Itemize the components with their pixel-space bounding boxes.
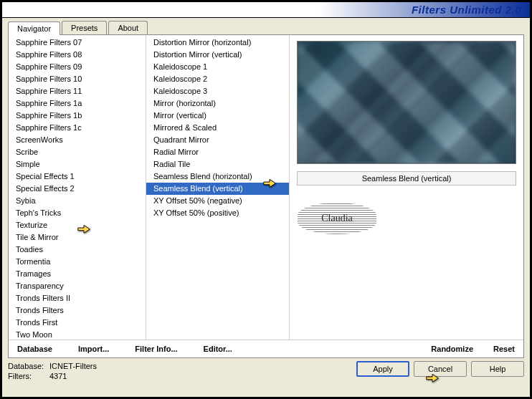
list-item[interactable]: Tormentia xyxy=(9,256,146,268)
preview-area: Seamless Blend (vertical) xyxy=(290,35,523,340)
list-item[interactable]: Simple xyxy=(9,158,146,170)
current-filter-name: Seamless Blend (vertical) xyxy=(297,171,516,186)
list-item[interactable]: Toadies xyxy=(9,244,146,256)
list-item[interactable]: Special Effects 2 xyxy=(9,183,146,195)
list-item[interactable]: Tramages xyxy=(9,268,146,280)
list-item[interactable]: Seamless Blend (vertical) xyxy=(146,183,289,195)
cancel-button[interactable]: Cancel xyxy=(414,361,467,377)
status-filters-label: Filters: xyxy=(8,371,49,381)
tab-navigator[interactable]: Navigator xyxy=(8,21,60,35)
list-item[interactable]: Quadrant Mirror xyxy=(146,134,289,146)
status-filters-value: 4371 xyxy=(49,372,67,380)
list-item[interactable]: Teph's Tricks xyxy=(9,207,146,219)
list-item[interactable]: Distortion Mirror (horizontal) xyxy=(146,37,289,49)
list-item[interactable]: Tronds Filters xyxy=(9,304,146,317)
list-item[interactable]: Sapphire Filters 1a xyxy=(9,97,146,110)
list-item[interactable]: Sapphire Filters 11 xyxy=(9,85,146,97)
apply-button[interactable]: Apply xyxy=(356,361,409,377)
list-item[interactable]: Special Effects 1 xyxy=(9,170,146,183)
list-item[interactable]: Radial Mirror xyxy=(146,146,289,158)
app-title: Filters Unlimited 2.0 xyxy=(412,4,521,16)
category-listbox[interactable]: Sapphire Filters 07Sapphire Filters 08Sa… xyxy=(9,35,146,340)
link-filter-info[interactable]: Filter Info... xyxy=(135,345,177,353)
link-editor[interactable]: Editor... xyxy=(204,345,232,353)
filter-listbox[interactable]: Distortion Mirror (horizontal)Distortion… xyxy=(146,35,290,340)
list-item[interactable]: XY Offset 50% (positive) xyxy=(146,207,289,219)
list-item[interactable]: Kaleidoscope 3 xyxy=(146,85,289,97)
list-item[interactable]: Sapphire Filters 07 xyxy=(9,37,146,49)
parameter-area xyxy=(297,186,516,334)
link-import[interactable]: Import... xyxy=(78,345,109,353)
list-item[interactable]: XY Offset 50% (negative) xyxy=(146,195,289,207)
tab-about[interactable]: About xyxy=(108,21,148,34)
list-item[interactable]: Sapphire Filters 1b xyxy=(9,110,146,122)
list-item[interactable]: Sapphire Filters 1c xyxy=(9,122,146,134)
help-button[interactable]: Help xyxy=(471,361,524,377)
link-reset[interactable]: Reset xyxy=(493,345,515,353)
title-bar: Filters Unlimited 2.0 xyxy=(2,2,530,18)
status-db-label: Database: xyxy=(8,361,49,371)
status-text: Database:ICNET-Filters Filters:4371 xyxy=(8,361,97,381)
status-db-value: ICNET-Filters xyxy=(49,362,97,370)
tab-strip: Navigator Presets About xyxy=(2,18,530,34)
filter-name-row: Seamless Blend (vertical) xyxy=(297,171,516,186)
list-item[interactable]: Tronds Filters II xyxy=(9,292,146,304)
list-item[interactable]: Seamless Blend (horizontal) xyxy=(146,170,289,183)
list-item[interactable]: ScreenWorks xyxy=(9,134,146,146)
link-row: Database Import... Filter Info... Editor… xyxy=(9,340,523,357)
status-row: Database:ICNET-Filters Filters:4371 Appl… xyxy=(8,361,524,381)
link-database[interactable]: Database xyxy=(17,345,52,353)
dialog-buttons: Apply Cancel Help xyxy=(356,361,524,377)
list-item[interactable]: Sapphire Filters 08 xyxy=(9,49,146,61)
link-randomize[interactable]: Randomize xyxy=(431,345,473,353)
preview-image xyxy=(297,41,516,164)
list-item[interactable]: Texturize xyxy=(9,219,146,231)
navigator-panel: Sapphire Filters 07Sapphire Filters 08Sa… xyxy=(8,34,524,358)
list-item[interactable]: Transparency xyxy=(9,280,146,292)
list-item[interactable]: Tronds First xyxy=(9,317,146,329)
list-item[interactable]: Radial Tile xyxy=(146,158,289,170)
list-item[interactable]: Two Moon xyxy=(9,329,146,340)
list-item[interactable]: Scribe xyxy=(9,146,146,158)
list-item[interactable]: Mirrored & Scaled xyxy=(146,122,289,134)
list-item[interactable]: Sapphire Filters 09 xyxy=(9,61,146,73)
list-item[interactable]: Kaleidoscope 2 xyxy=(146,73,289,85)
list-item[interactable]: Distortion Mirror (vertical) xyxy=(146,49,289,61)
list-item[interactable]: Tile & Mirror xyxy=(9,231,146,244)
list-item[interactable]: Sapphire Filters 10 xyxy=(9,73,146,85)
list-item[interactable]: Kaleidoscope 1 xyxy=(146,61,289,73)
list-item[interactable]: Sybia xyxy=(9,195,146,207)
lists-container: Sapphire Filters 07Sapphire Filters 08Sa… xyxy=(9,35,523,340)
list-item[interactable]: Mirror (horizontal) xyxy=(146,97,289,110)
list-item[interactable]: Mirror (vertical) xyxy=(146,110,289,122)
tab-presets[interactable]: Presets xyxy=(62,21,107,34)
